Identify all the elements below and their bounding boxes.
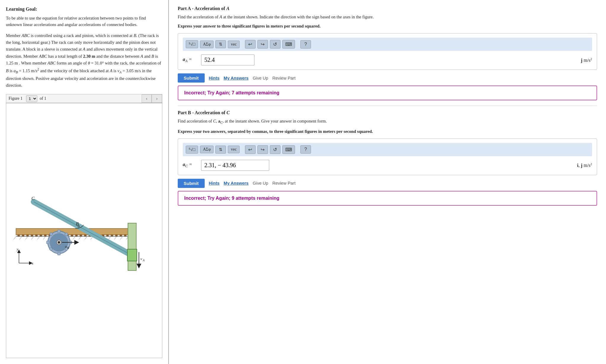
learning-goal-title: Learning Goal: [6,7,162,12]
svg-rect-3 [22,234,24,236]
svg-text:C: C [31,196,35,201]
figure-nav-buttons: ‹ › [142,94,162,103]
help-btn-b[interactable]: ? [300,145,311,154]
svg-rect-1 [16,228,129,235]
part-b-toolbar: ⁵√□ AΣφ ⇅ vec ↩ ↪ ↺ ⌨ ? [183,143,592,156]
svg-rect-53 [47,241,49,244]
parts-divider [178,106,597,106]
part-a-var-label: aA = [183,57,198,63]
redo-btn-a[interactable]: ↪ [257,40,268,49]
svg-rect-51 [57,230,60,233]
svg-rect-8 [44,234,47,236]
sigma-btn-b[interactable]: AΣφ [200,146,214,153]
part-a-my-answers-link[interactable]: My Answers [224,76,249,80]
keyboard-btn-a[interactable]: ⌨ [282,40,295,49]
vec-btn-b[interactable]: vec [228,146,239,153]
sqrt-btn-a[interactable]: ⁵√□ [186,40,198,48]
svg-text:a: a [65,244,67,249]
part-b-submit-btn[interactable]: Submit [178,179,205,188]
part-a-submit-btn[interactable]: Submit [178,73,205,83]
svg-text:y: y [16,247,18,251]
figure-label: Figure 1 [6,95,25,102]
sigma-btn-a[interactable]: AΣφ [200,41,214,48]
svg-rect-22 [106,234,109,236]
part-a-express-note: Express your answer to three significant… [178,23,597,30]
svg-rect-17 [84,234,86,236]
svg-rect-65 [128,223,136,270]
part-b-my-answers-link[interactable]: My Answers [224,181,249,186]
svg-rect-4 [26,234,29,236]
figure-of: of 1 [39,95,47,102]
part-b-action-row: Submit Hints My Answers Give Up Review P… [178,179,597,188]
svg-rect-52 [57,252,60,255]
part-a-answer-box: ⁵√□ AΣφ ⇅ vec ↩ ↪ ↺ ⌨ ? aA = j m/s2 [178,33,597,70]
svg-rect-14 [71,234,73,236]
part-a-unit: j m/s2 [581,57,592,63]
redo-btn-b[interactable]: ↪ [257,145,268,154]
part-b-var-label: aC = [183,162,198,168]
refresh-btn-b[interactable]: ↺ [270,145,280,154]
part-b-dash: - [191,110,195,115]
left-panel: Learning Goal: To be able to use the equ… [0,0,169,364]
vec-btn-a[interactable]: vec [228,41,239,48]
arrows-btn-b[interactable]: ⇅ [215,146,226,154]
part-b-input[interactable] [201,160,269,171]
part-b-unit: i, j m/s2 [577,162,592,168]
part-a-input-row: aA = j m/s2 [183,54,592,65]
svg-rect-16 [80,234,82,236]
svg-text:x: x [31,261,33,265]
part-a-toolbar: ⁵√□ AΣφ ⇅ vec ↩ ↪ ↺ ⌨ ? [183,38,592,51]
undo-btn-a[interactable]: ↩ [245,40,256,49]
part-a-hints-link[interactable]: Hints [209,76,219,80]
svg-rect-24 [115,234,118,236]
problem-text: Member ABC is controlled using a rack an… [6,32,162,89]
part-b-express-note: Express your two answers, separated by c… [178,128,597,135]
svg-rect-25 [120,234,122,236]
arrows-btn-a[interactable]: ⇅ [215,40,226,48]
part-a-give-up-link[interactable]: Give Up [253,76,268,80]
part-b-header: Part B - Acceleration of C [178,110,597,115]
part-a-header: Part A - Acceleration of A [178,6,597,11]
svg-rect-23 [111,234,113,236]
figure-svg: B C A v A a B [7,185,161,276]
svg-text:A: A [142,259,145,262]
help-btn-a[interactable]: ? [300,40,311,49]
part-a-dash: - [191,6,194,11]
svg-text:v: v [140,257,142,261]
refresh-btn-a[interactable]: ↺ [270,40,280,49]
part-b-label: Part B [178,110,191,115]
undo-btn-b[interactable]: ↩ [245,145,256,154]
svg-rect-7 [40,234,42,236]
svg-rect-2 [17,234,20,236]
svg-rect-5 [31,234,33,236]
part-a-review-link[interactable]: Review Part [272,76,296,80]
svg-rect-6 [35,234,38,236]
figure-next-btn[interactable]: › [152,94,162,103]
learning-goal-text: To be able to use the equation for relat… [6,15,162,28]
figure-select[interactable]: 1 [26,95,37,102]
part-a-desc: Find the acceleration of A at the instan… [178,14,597,20]
figure-nav: Figure 1 1 of 1 ‹ › [6,94,162,103]
right-panel: Part A - Acceleration of A Find the acce… [169,0,606,364]
part-a-section: Part A - Acceleration of A Find the acce… [178,6,597,100]
part-a-label: Part A [178,6,191,11]
part-a-action-row: Submit Hints My Answers Give Up Review P… [178,73,597,83]
figure-area: B C A v A a B [6,103,162,358]
part-b-hints-link[interactable]: Hints [209,181,219,186]
part-b-answer-box: ⁵√□ AΣφ ⇅ vec ↩ ↪ ↺ ⌨ ? aC = i, j m/s2 [178,138,597,175]
svg-rect-26 [124,234,126,236]
keyboard-btn-b[interactable]: ⌨ [282,145,295,154]
part-b-section: Part B - Acceleration of C Find accelera… [178,110,597,205]
svg-point-59 [58,241,60,244]
sqrt-btn-b[interactable]: ⁵√□ [186,146,198,154]
part-a-feedback: Incorrect; Try Again; 7 attempts remaini… [178,86,597,100]
part-b-give-up-link[interactable]: Give Up [253,181,268,186]
part-a-input[interactable] [201,54,254,65]
svg-text:B: B [67,246,69,249]
svg-rect-15 [75,234,78,236]
part-b-feedback: Incorrect; Try Again; 9 attempts remaini… [178,191,597,206]
part-b-review-link[interactable]: Review Part [272,181,296,186]
part-b-input-row: aC = i, j m/s2 [183,160,592,171]
svg-rect-66 [127,249,137,261]
figure-prev-btn[interactable]: ‹ [142,94,152,103]
